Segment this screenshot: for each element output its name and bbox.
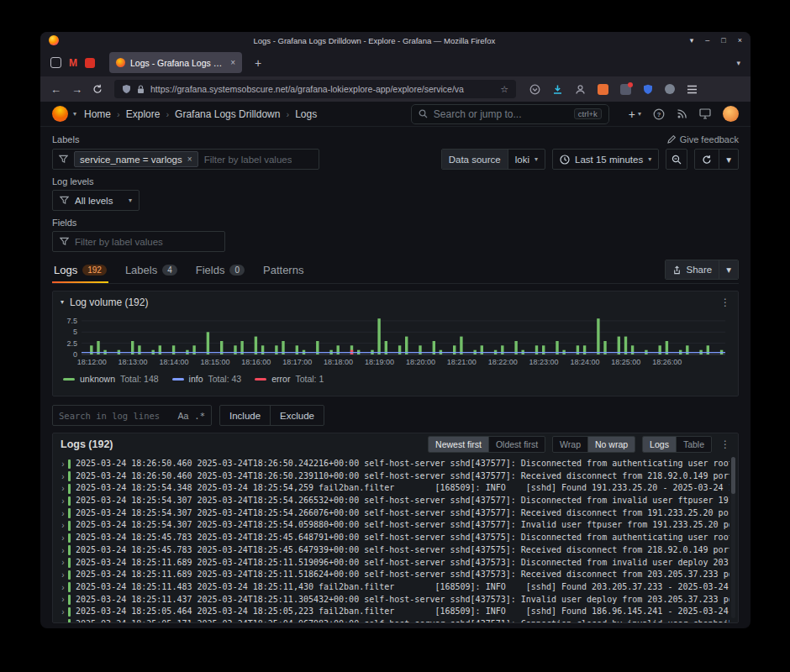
- log-levels-select[interactable]: All levels ▾: [52, 190, 140, 211]
- wrap-option-no-wrap[interactable]: No wrap: [587, 437, 635, 452]
- org-chevron-icon[interactable]: ▾: [73, 110, 76, 118]
- log-row[interactable]: ›2025-03-24 18:25:45.783 2025-03-24T18:2…: [58, 544, 729, 557]
- pinned-tab-gmail-icon[interactable]: M: [69, 57, 77, 69]
- datasource-value[interactable]: loki▾: [508, 150, 545, 169]
- monitor-icon[interactable]: [699, 108, 711, 119]
- view-option-logs[interactable]: Logs: [643, 437, 676, 452]
- extension-icon-4[interactable]: [665, 84, 675, 94]
- expand-row-icon[interactable]: ›: [58, 544, 68, 557]
- firefox-view-icon[interactable]: [50, 57, 61, 68]
- bookmark-star-icon[interactable]: ☆: [500, 84, 508, 95]
- breadcrumb-item[interactable]: Logs: [295, 108, 317, 120]
- user-avatar[interactable]: [723, 106, 739, 122]
- remove-chip-icon[interactable]: ×: [187, 155, 192, 164]
- include-button[interactable]: Include: [220, 406, 270, 425]
- match-case-toggle[interactable]: Aa: [178, 411, 189, 421]
- window-maximize-button[interactable]: □: [721, 36, 725, 45]
- sort-option-oldest-first[interactable]: Oldest first: [488, 437, 545, 452]
- wrap-option-wrap[interactable]: Wrap: [553, 437, 587, 452]
- refresh-interval-chevron[interactable]: ▾: [719, 150, 738, 169]
- log-row[interactable]: ›2025-03-24 18:25:05.464 2025-03-24 18:2…: [58, 606, 729, 618]
- extension-icon-3[interactable]: [643, 84, 653, 95]
- scrollbar-thumb[interactable]: [731, 457, 735, 494]
- log-row[interactable]: ›2025-03-24 18:25:11.437 2025-03-24T18:2…: [58, 594, 729, 606]
- search-input[interactable]: Search or jump to... ctrl+k: [411, 104, 609, 124]
- menu-icon[interactable]: [687, 85, 698, 94]
- grafana-logo[interactable]: [52, 106, 68, 122]
- extension-icon-2[interactable]: [620, 84, 631, 95]
- expand-row-icon[interactable]: ›: [58, 458, 68, 470]
- log-row[interactable]: ›2025-03-24 18:26:50.460 2025-03-24T18:2…: [58, 470, 729, 483]
- expand-row-icon[interactable]: ›: [58, 594, 68, 606]
- forward-icon[interactable]: →: [71, 84, 82, 95]
- tab-fields[interactable]: Fields0: [194, 260, 246, 283]
- expand-row-icon[interactable]: ›: [58, 482, 68, 495]
- url-bar[interactable]: https://grafana.systemsobscure.net/a/gra…: [114, 80, 516, 98]
- log-row[interactable]: ›2025-03-24 18:25:54.348 2025-03-24 18:2…: [58, 482, 729, 495]
- window-minimize-button[interactable]: –: [705, 36, 709, 45]
- legend-item-unknown[interactable]: unknownTotal: 148: [63, 374, 159, 384]
- tab-patterns[interactable]: Patterns: [261, 260, 305, 283]
- log-row[interactable]: ›2025-03-24 18:25:11.483 2025-03-24 18:2…: [58, 581, 729, 594]
- pinned-tab-icon[interactable]: [85, 58, 95, 68]
- view-option-table[interactable]: Table: [676, 437, 711, 452]
- refresh-button[interactable]: ▾: [694, 149, 739, 170]
- tab-logs[interactable]: Logs192: [52, 260, 108, 283]
- expand-row-icon[interactable]: ›: [58, 507, 68, 520]
- sort-option-newest-first[interactable]: Newest first: [429, 437, 488, 452]
- window-menu-chevron-icon[interactable]: ▾: [690, 36, 694, 45]
- breadcrumb-item[interactable]: Grafana Logs Drilldown: [175, 108, 280, 120]
- logs-scrollbar[interactable]: [731, 457, 735, 618]
- expand-row-icon[interactable]: ›: [58, 519, 68, 532]
- expand-row-icon[interactable]: ›: [58, 569, 68, 581]
- breadcrumb-item[interactable]: Home: [84, 108, 111, 120]
- label-filter-chip[interactable]: service_name = varlogs ×: [74, 151, 198, 167]
- extension-icon-1[interactable]: [598, 84, 608, 95]
- refresh-icon-segment[interactable]: [695, 150, 719, 169]
- log-row[interactable]: ›2025-03-24 18:26:50.460 2025-03-24T18:2…: [58, 458, 729, 470]
- panel-menu-icon[interactable]: ⋮: [720, 297, 730, 308]
- fields-filter-input[interactable]: Filter by label values: [52, 231, 225, 252]
- shield-icon[interactable]: [122, 84, 131, 94]
- tab-labels[interactable]: Labels4: [124, 260, 179, 283]
- expand-row-icon[interactable]: ›: [58, 470, 68, 483]
- label-filter-input[interactable]: service_name = varlogs × Filter by label…: [52, 149, 319, 170]
- breadcrumb-item[interactable]: Explore: [126, 108, 161, 120]
- expand-row-icon[interactable]: ›: [58, 606, 68, 618]
- regex-toggle[interactable]: .*: [194, 411, 205, 421]
- back-icon[interactable]: ←: [50, 84, 61, 95]
- log-row[interactable]: ›2025-03-24 18:25:54.307 2025-03-24T18:2…: [58, 519, 729, 532]
- browser-tab[interactable]: Logs - Grafana Logs Drilldown ×: [109, 52, 242, 73]
- datasource-picker[interactable]: Data source loki▾: [441, 149, 545, 170]
- tab-close-icon[interactable]: ×: [230, 58, 235, 67]
- help-icon[interactable]: ?: [653, 108, 665, 120]
- save-to-pocket-icon[interactable]: [529, 84, 540, 95]
- download-icon[interactable]: [552, 84, 563, 95]
- logs-panel-menu-icon[interactable]: ⋮: [720, 438, 730, 450]
- zoom-out-button[interactable]: [666, 149, 687, 170]
- lock-icon[interactable]: [137, 85, 145, 94]
- log-row[interactable]: ›2025-03-24 18:25:11.689 2025-03-24T18:2…: [58, 569, 729, 581]
- log-search-input[interactable]: Search in log lines Aa .*: [52, 405, 212, 426]
- reload-icon[interactable]: [92, 84, 103, 94]
- exclude-button[interactable]: Exclude: [270, 406, 324, 425]
- tab-list-chevron-icon[interactable]: ▾: [736, 59, 740, 67]
- expand-row-icon[interactable]: ›: [58, 618, 68, 622]
- expand-row-icon[interactable]: ›: [58, 581, 68, 594]
- new-tab-button[interactable]: +: [255, 56, 261, 70]
- time-range-picker[interactable]: Last 15 minutes ▾: [552, 149, 659, 170]
- window-close-button[interactable]: ×: [738, 36, 742, 45]
- log-row[interactable]: ›2025-03-24 18:25:45.783 2025-03-24T18:2…: [58, 532, 729, 544]
- expand-row-icon[interactable]: ›: [58, 495, 68, 507]
- account-icon[interactable]: [575, 84, 586, 95]
- expand-row-icon[interactable]: ›: [58, 532, 68, 544]
- log-row[interactable]: ›2025-03-24 18:25:54.307 2025-03-24T18:2…: [58, 507, 729, 520]
- log-row[interactable]: ›2025-03-24 18:25:05.171 2025-03-24T18:2…: [58, 618, 729, 622]
- expand-row-icon[interactable]: ›: [58, 557, 68, 570]
- log-row[interactable]: ›2025-03-24 18:25:11.689 2025-03-24T18:2…: [58, 557, 729, 570]
- legend-item-info[interactable]: infoTotal: 43: [172, 374, 242, 384]
- share-button[interactable]: Share ▾: [665, 260, 739, 280]
- give-feedback-link[interactable]: Give feedback: [667, 134, 739, 144]
- log-row[interactable]: ›2025-03-24 18:25:54.307 2025-03-24T18:2…: [58, 495, 729, 507]
- share-chevron-icon[interactable]: ▾: [719, 260, 738, 279]
